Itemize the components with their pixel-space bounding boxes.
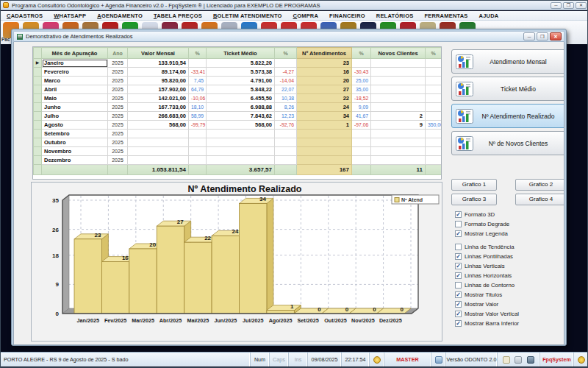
grid-cell[interactable] xyxy=(426,156,442,165)
grid-cell[interactable] xyxy=(275,147,297,156)
grid-cell[interactable] xyxy=(426,103,442,112)
table-row[interactable]: Outubro2025 xyxy=(34,138,442,147)
grid-cell[interactable]: 4.791,00 xyxy=(207,77,275,85)
grid-cell[interactable] xyxy=(426,59,442,68)
grid-cell[interactable] xyxy=(189,130,207,138)
grid-cell[interactable]: 7.843,62 xyxy=(207,112,275,121)
grid-cell[interactable]: 16 xyxy=(297,68,352,77)
table-row[interactable]: Fevereiro202589.174,00-33,415.573,38-4,2… xyxy=(34,68,442,77)
grid-cell[interactable]: 64,79 xyxy=(189,85,207,94)
grid-cell[interactable]: 6.988,88 xyxy=(207,103,275,112)
grid-cell[interactable]: 2025 xyxy=(108,68,128,77)
grid-cell[interactable]: 22,07 xyxy=(275,85,297,94)
grid-cell[interactable] xyxy=(352,59,371,68)
checkbox-box[interactable] xyxy=(455,221,462,227)
child-close-button[interactable]: ✕ xyxy=(550,32,562,40)
grid-cell[interactable]: -30,43 xyxy=(352,68,371,77)
grid-cell[interactable] xyxy=(371,130,426,138)
grid-cell[interactable] xyxy=(297,138,352,147)
grid-cell[interactable] xyxy=(352,130,371,138)
checkbox-box[interactable]: ✓ xyxy=(455,230,462,237)
grid-cell[interactable] xyxy=(189,59,207,68)
menu-boletim-atendimento[interactable]: BOLETIM ATENDIMENTO xyxy=(213,13,282,19)
grid-cell[interactable] xyxy=(371,59,426,68)
grid-cell[interactable]: 5.848,22 xyxy=(207,85,275,94)
grid-cell[interactable] xyxy=(297,130,352,138)
grid-cell[interactable] xyxy=(128,138,189,147)
grid-cell[interactable]: Marco xyxy=(42,77,108,85)
table-row[interactable]: Agosto2025568,00-99,79568,00-92,761-97,0… xyxy=(34,121,442,130)
grid-cell[interactable]: 20 xyxy=(297,77,352,85)
grid-cell[interactable]: 24 xyxy=(297,103,352,112)
restore-button[interactable]: ❐ xyxy=(563,2,574,9)
checkbox-mostrar-legenda[interactable]: ✓ Mostrar Legenda xyxy=(455,229,508,238)
checkbox-mostrar-valor-vertical[interactable]: ✓ Mostrar Valor Vertical xyxy=(455,309,519,318)
menu-whatsapp[interactable]: WHATSAPP xyxy=(54,13,86,19)
checkbox-mostrar-titulos[interactable]: ✓ Mostrar Titulos xyxy=(455,290,502,299)
grid-cell[interactable] xyxy=(128,147,189,156)
grid-cell[interactable]: 95.820,00 xyxy=(128,77,189,85)
grid-cell[interactable] xyxy=(371,103,426,112)
grid-cell[interactable]: 18,10 xyxy=(189,103,207,112)
chart-button-n-atendimento-realizado[interactable]: Nº Atendimento Realizado xyxy=(451,104,564,128)
grid-cell[interactable] xyxy=(371,68,426,77)
menu-tabela-pre-os[interactable]: TABELA PREÇOS xyxy=(154,13,202,19)
checkbox-box[interactable]: ✓ xyxy=(455,320,462,327)
menu-financeiro[interactable]: FINANCEIRO xyxy=(329,13,365,19)
grid-cell[interactable]: 2025 xyxy=(108,94,128,103)
grid-cell[interactable]: 142.021,00 xyxy=(128,94,189,103)
grid-cell[interactable] xyxy=(275,130,297,138)
checkbox-box[interactable]: ✓ xyxy=(455,291,462,298)
menu-cadastros[interactable]: CADASTROS xyxy=(7,13,43,19)
grid-cell[interactable] xyxy=(207,156,275,165)
grid-cell[interactable]: -97,06 xyxy=(352,121,371,130)
grid-cell[interactable] xyxy=(426,94,442,103)
grid-cell[interactable] xyxy=(128,130,189,138)
grid-cell[interactable]: -10,06 xyxy=(189,94,207,103)
grid-cell[interactable] xyxy=(371,147,426,156)
grid-cell[interactable] xyxy=(297,156,352,165)
grid-cell[interactable]: 266.683,00 xyxy=(128,112,189,121)
grid-cell[interactable] xyxy=(426,147,442,156)
grid-cell[interactable] xyxy=(207,138,275,147)
table-row[interactable]: Julho2025266.683,0058,997.843,6212,23344… xyxy=(34,112,442,121)
grid-cell[interactable]: 9,09 xyxy=(352,103,371,112)
grid-cell[interactable]: 133.910,54 xyxy=(128,59,189,68)
chart-button-ticket-m-dio[interactable]: Ticket Médio xyxy=(451,77,564,101)
grid-cell[interactable]: -18,52 xyxy=(352,94,371,103)
table-row[interactable]: Abril2025157.902,0064,795.848,2222,07273… xyxy=(34,85,442,94)
grid-cell[interactable]: 22 xyxy=(297,94,352,103)
menu-compra[interactable]: COMPRA xyxy=(293,13,319,19)
table-row[interactable]: Novembro2025 xyxy=(34,147,442,156)
grid-cell[interactable] xyxy=(426,130,442,138)
grid-cell[interactable]: Maio xyxy=(42,94,108,103)
grid-cell[interactable]: Setembro xyxy=(42,130,108,138)
grid-cell[interactable] xyxy=(352,156,371,165)
grid-cell[interactable]: 23 xyxy=(297,59,352,68)
grid-cell[interactable]: 2025 xyxy=(108,85,128,94)
grid-cell[interactable] xyxy=(275,59,297,68)
grid-cell[interactable]: -33,41 xyxy=(189,68,207,77)
grid-cell[interactable]: 7,45 xyxy=(189,77,207,85)
menu-agendamento[interactable]: AGENDAMENTO xyxy=(97,13,143,19)
grid-cell[interactable]: 25,00 xyxy=(352,77,371,85)
grid-cell[interactable]: 2025 xyxy=(108,121,128,130)
grid-cell[interactable]: 157.902,00 xyxy=(128,85,189,94)
checkbox-box[interactable]: ✓ xyxy=(455,301,462,308)
grid-cell[interactable]: 89.174,00 xyxy=(128,68,189,77)
grid-cell[interactable]: 34 xyxy=(297,112,352,121)
checkbox-box[interactable]: ✓ xyxy=(455,253,462,260)
checkbox-formato-3d[interactable]: ✓ Formato 3D xyxy=(455,210,495,219)
grid-cell[interactable]: 12,23 xyxy=(275,112,297,121)
grid-cell[interactable]: 35,00 xyxy=(352,85,371,94)
grid-cell[interactable] xyxy=(207,130,275,138)
grid-cell[interactable] xyxy=(371,85,426,94)
menu-ajuda[interactable]: AJUDA xyxy=(479,13,499,19)
grid-cell[interactable] xyxy=(371,94,426,103)
grid-cell[interactable]: 2025 xyxy=(108,77,128,85)
close-button[interactable]: ✕ xyxy=(576,2,587,9)
menu-ferramentas[interactable]: FERRAMENTAS xyxy=(424,13,467,19)
grid-cell[interactable]: 167.733,00 xyxy=(128,103,189,112)
grid-cell[interactable]: 6.455,50 xyxy=(207,94,275,103)
checkbox-linhas-de-contorno[interactable]: Linhas de Contorno xyxy=(455,280,514,289)
